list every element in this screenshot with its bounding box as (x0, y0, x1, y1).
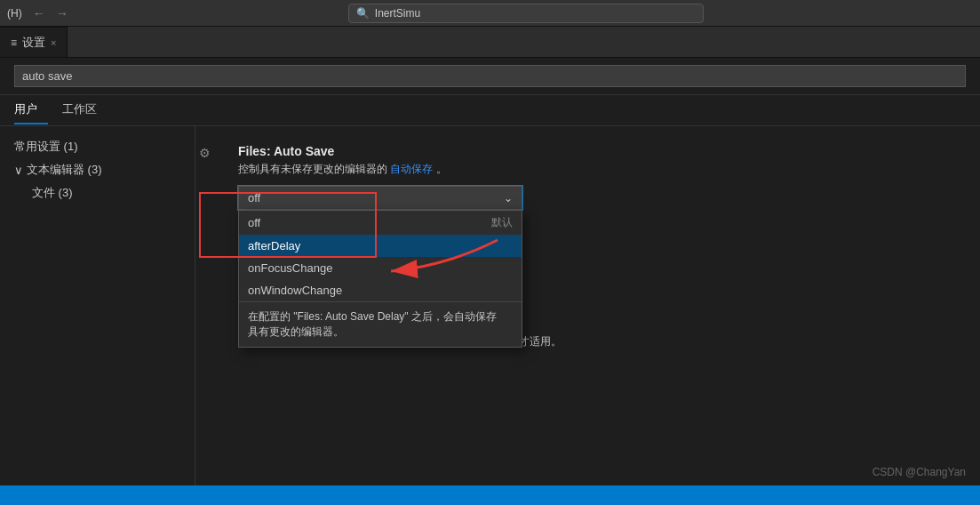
tab-user[interactable]: 用户 (14, 96, 48, 124)
gear-icon: ⚙ (199, 146, 211, 160)
sidebar: 常用设置 (1) ∨ 文本编辑器 (3) 文件 (3) (0, 126, 195, 505)
nav-buttons: ← → (29, 4, 72, 22)
dropdown-note: 在配置的 "Files: Auto Save Delay" 之后，会自动保存 具… (239, 301, 522, 347)
setting-description: 控制具有未保存更改的编辑器的 自动保存 。 (238, 162, 959, 177)
watermark: CSDN @ChangYan (872, 466, 966, 478)
chevron-down-icon: ∨ (14, 164, 23, 177)
title-bar: (H) ← → 🔍 InertSimu (0, 0, 980, 27)
sidebar-item-common[interactable]: 常用设置 (1) (0, 135, 195, 158)
bottom-bar (0, 485, 980, 505)
dropdown-current-value: off (248, 191, 260, 204)
sidebar-group-header-text-editor[interactable]: ∨ 文本编辑器 (3) (0, 158, 195, 181)
search-bar-text: InertSimu (375, 7, 420, 20)
nav-back-button[interactable]: ← (29, 4, 49, 22)
settings-tab[interactable]: ≡ 设置 × (0, 27, 68, 57)
dropdown-option-onFocusChange[interactable]: onFocusChange (239, 257, 522, 279)
settings-tab-label: 设置 (22, 35, 45, 51)
dropdown-option-off[interactable]: off 默认 (239, 211, 522, 235)
settings-tab-icon: ≡ (11, 36, 17, 49)
auto-save-setting-block: ⚙ Files: Auto Save 控制具有未保存更改的编辑器的 自动保存 。… (217, 144, 959, 505)
dropdown-option-afterDelay[interactable]: afterDelay (239, 235, 522, 257)
auto-save-dropdown[interactable]: off ⌄ (238, 186, 522, 210)
chevron-down-icon: ⌄ (504, 192, 513, 204)
search-area (0, 58, 980, 95)
tab-workspace[interactable]: 工作区 (62, 96, 108, 124)
auto-save-link[interactable]: 自动保存 (390, 163, 433, 175)
dropdown-option-onWindowChange[interactable]: onWindowChange (239, 279, 522, 301)
title-search-bar[interactable]: 🔍 InertSimu (348, 4, 704, 23)
menu-label[interactable]: (H) (7, 7, 22, 20)
sidebar-item-files[interactable]: 文件 (3) (0, 181, 195, 204)
search-icon: 🔍 (356, 7, 370, 20)
main-content: ⚙ Files: Auto Save 控制具有未保存更改的编辑器的 自动保存 。… (195, 126, 980, 505)
settings-tab-close[interactable]: × (51, 37, 56, 48)
auto-save-dropdown-menu: off 默认 afterDelay onFocusChange (238, 210, 522, 348)
setting-title: Files: Auto Save (238, 144, 959, 158)
search-input[interactable] (14, 65, 966, 87)
nav-forward-button[interactable]: → (52, 4, 72, 22)
app-window: (H) ← → 🔍 InertSimu ≡ 设置 × 用户 工作区 (0, 0, 980, 505)
tab-bar: ≡ 设置 × (0, 27, 980, 58)
content-layout: 常用设置 (1) ∨ 文本编辑器 (3) 文件 (3) ⚙ Files: Aut… (0, 126, 980, 505)
user-workspace-tabs: 用户 工作区 (0, 95, 980, 126)
sidebar-group-text-editor: ∨ 文本编辑器 (3) 文件 (3) (0, 158, 195, 204)
auto-save-dropdown-container: off ⌄ off 默认 afterDelay (238, 186, 522, 210)
